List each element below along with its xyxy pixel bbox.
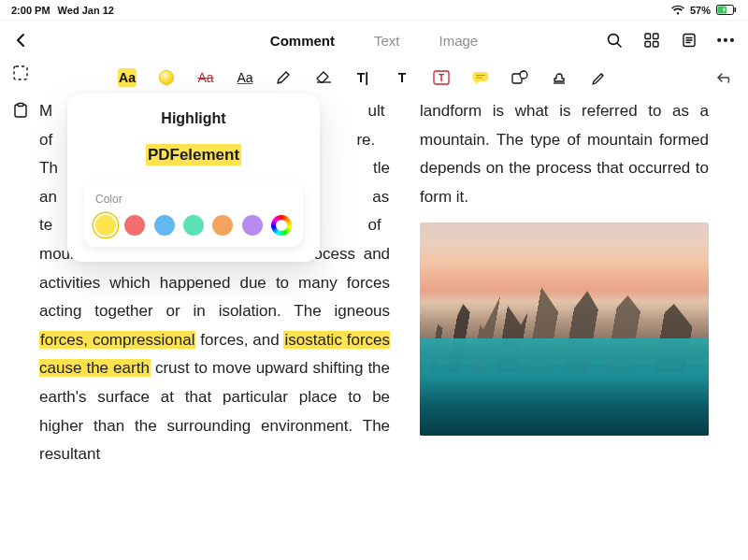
color-swatches bbox=[95, 215, 292, 236]
tab-text[interactable]: Text bbox=[374, 33, 400, 49]
swatch-red[interactable] bbox=[124, 215, 145, 236]
color-label: Color bbox=[95, 193, 292, 206]
svg-rect-16 bbox=[18, 104, 23, 107]
doc-highlight-1[interactable]: forces, compressional bbox=[39, 331, 195, 349]
svg-rect-14 bbox=[14, 66, 27, 79]
tool-underline[interactable]: Aa bbox=[236, 68, 254, 87]
svg-rect-11 bbox=[473, 72, 488, 81]
more-icon[interactable]: ••• bbox=[716, 30, 737, 50]
doc-right-column: landform is what is referred to as a mou… bbox=[420, 97, 709, 560]
battery-icon bbox=[716, 5, 737, 15]
status-bar: 2:00 PM Wed Jan 12 57% bbox=[0, 0, 748, 21]
tab-comment[interactable]: Comment bbox=[270, 33, 335, 49]
highlight-popover: Highlight PDFelement Color bbox=[67, 93, 320, 262]
tool-shape[interactable] bbox=[511, 68, 529, 87]
top-nav: Comment Text Image ••• bbox=[0, 21, 748, 60]
doc-text: M bbox=[39, 102, 52, 120]
tool-eraser[interactable] bbox=[314, 68, 333, 87]
svg-text:T: T bbox=[439, 73, 444, 83]
area-select-tool[interactable] bbox=[7, 60, 34, 86]
status-date: Wed Jan 12 bbox=[58, 5, 114, 16]
tool-text-cursor[interactable]: T| bbox=[353, 68, 372, 87]
svg-rect-7 bbox=[654, 42, 659, 48]
status-time: 2:00 PM bbox=[11, 5, 50, 16]
grid-view-icon[interactable] bbox=[641, 30, 662, 50]
swatch-purple[interactable] bbox=[242, 215, 263, 236]
clipboard-tool[interactable] bbox=[7, 97, 34, 123]
tab-image[interactable]: Image bbox=[439, 33, 478, 49]
swatch-yellow[interactable] bbox=[95, 215, 116, 236]
doc-text: landform is what is referred to as a mou… bbox=[420, 97, 709, 211]
page-list-icon[interactable] bbox=[679, 30, 699, 50]
doc-text: forces, and bbox=[195, 331, 283, 349]
tool-strikethrough[interactable]: Aa bbox=[196, 68, 215, 87]
tool-stamp[interactable] bbox=[550, 68, 568, 87]
back-button[interactable] bbox=[11, 30, 32, 50]
tool-highlight-color[interactable] bbox=[157, 68, 176, 87]
wifi-icon bbox=[671, 5, 684, 16]
swatch-blue[interactable] bbox=[154, 215, 175, 236]
battery-percent: 57% bbox=[690, 5, 711, 16]
tool-signature[interactable] bbox=[589, 68, 608, 87]
search-icon[interactable] bbox=[604, 30, 625, 50]
swatch-teal[interactable] bbox=[183, 215, 204, 236]
svg-rect-2 bbox=[735, 7, 737, 12]
svg-rect-6 bbox=[645, 42, 651, 48]
swatch-orange[interactable] bbox=[212, 215, 233, 236]
tool-highlight[interactable]: Aa bbox=[118, 68, 137, 87]
tool-sticky-note[interactable] bbox=[471, 68, 490, 87]
popover-title: Highlight bbox=[84, 110, 303, 127]
svg-point-13 bbox=[520, 71, 527, 79]
undo-button[interactable] bbox=[714, 66, 737, 89]
tool-text[interactable]: T bbox=[393, 68, 411, 87]
mountain-photo bbox=[420, 223, 709, 436]
tool-marker[interactable] bbox=[275, 68, 294, 87]
annotation-toolbar: Aa Aa Aa T| T T bbox=[11, 68, 714, 87]
svg-rect-4 bbox=[645, 34, 651, 39]
popover-demo: PDFelement bbox=[84, 146, 303, 165]
swatch-custom[interactable] bbox=[271, 215, 292, 236]
tool-textbox[interactable]: T bbox=[432, 68, 451, 87]
svg-rect-5 bbox=[654, 34, 659, 39]
